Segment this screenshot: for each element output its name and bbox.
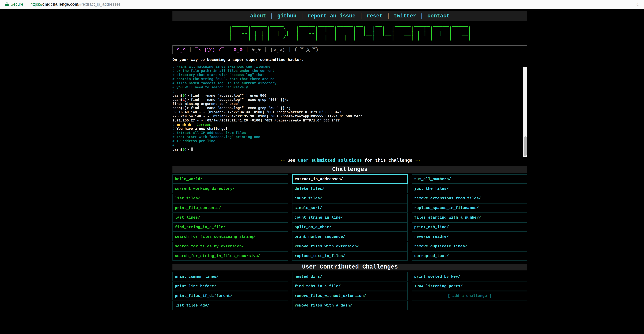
terminal-line: bash(0)> <box>172 148 528 152</box>
challenge-link[interactable]: list_files_adv/ <box>172 301 288 310</box>
challenge-link[interactable]: hello_world/ <box>172 174 288 184</box>
terminal-lines: # Print all matching lines (without the … <box>172 66 528 152</box>
terminal-line: # IP address per line. <box>172 139 528 143</box>
solutions-link[interactable]: user submitted solutions <box>298 158 362 163</box>
add-challenge-link[interactable]: [ add a challenge ] <box>412 291 528 300</box>
url-path: /#/extract_ip_addresses <box>78 2 121 7</box>
tilde-decoration: ~~ <box>280 158 285 163</box>
challenge-link[interactable]: print_file_contents/ <box>172 203 288 212</box>
user-challenges-grid: print_common_lines/print_line_before/pri… <box>172 272 528 310</box>
terminal-line: # files named "access.log" in the curren… <box>172 81 528 86</box>
terminal-line: 2.71.250.27 - - [09/Jan/2017:22:41:26 +0… <box>172 118 528 123</box>
kaomoji: ♥‿♥ <box>252 46 261 53</box>
challenges-header: Challenges <box>172 166 528 173</box>
kaomoji-separator: | <box>228 47 230 52</box>
challenges-grid: hello_world/current_working_directory/li… <box>172 174 528 261</box>
challenge-link[interactable]: search_for_files_containing_string/ <box>172 232 288 241</box>
challenge-column: sum_all_numbers/just_the_files/remove_ex… <box>412 174 528 261</box>
nav-link-reset[interactable]: reset <box>367 13 382 19</box>
terminal-line: # you will need to search recursively. <box>172 86 528 90</box>
challenge-link[interactable]: remove_files_with_a_dash/ <box>292 301 408 310</box>
challenge-link[interactable]: simple_sort/ <box>292 203 408 212</box>
challenge-link[interactable]: print_number_sequence/ <box>292 232 408 241</box>
terminal-line: # directory that start with "access.log"… <box>172 73 528 77</box>
challenge-link[interactable]: count_string_in_line/ <box>292 213 408 222</box>
scrollbar-thumb[interactable] <box>524 136 527 156</box>
kaomoji-separator: | <box>246 47 248 52</box>
challenge-link[interactable]: last_lines/ <box>172 213 288 222</box>
challenge-link[interactable]: replace_spaces_in_filenames/ <box>412 203 528 212</box>
nav-separator: | <box>386 13 390 19</box>
terminal-line: # Correct! <box>172 123 528 127</box>
challenge-link[interactable]: current_working_directory/ <box>172 184 288 193</box>
url-scheme: https:// <box>30 2 42 7</box>
terminal[interactable]: # Print all matching lines (without the … <box>172 66 528 158</box>
challenge-link[interactable]: sum_all_numbers/ <box>412 174 528 184</box>
kaomoji: (◕‿◕) <box>270 46 285 53</box>
challenge-link[interactable]: remove_extensions_from_files/ <box>412 194 528 203</box>
challenge-link[interactable]: IPv4_listening_ports/ <box>412 282 528 291</box>
challenge-link[interactable]: replace_text_in_files/ <box>292 251 408 260</box>
terminal-line: # Extract all IP addreses from files <box>172 131 528 135</box>
nav-separator: | <box>360 13 363 19</box>
page-content: about|github|report an issue|reset|twitt… <box>172 9 528 310</box>
challenge-link[interactable]: search_for_string_in_files_recursive/ <box>172 251 288 260</box>
challenge-link[interactable]: print_line_before/ <box>172 282 288 291</box>
bookmark-star-icon[interactable]: ☆ <box>636 2 640 8</box>
nav-link-github[interactable]: github <box>277 13 296 19</box>
url-host: cmdchallenge.com <box>42 2 78 7</box>
terminal-scrollbar[interactable] <box>523 67 528 158</box>
challenge-column: nested_dirs/find_tabs_in_a_file/remove_f… <box>292 272 408 310</box>
nav-separator: | <box>420 13 423 19</box>
challenge-link[interactable]: count_files/ <box>292 194 408 203</box>
nav-link-report-an-issue[interactable]: report an issue <box>308 13 356 19</box>
terminal-line: bash(1)> find . -name "access.log*" -exe… <box>172 98 528 102</box>
terminal-line: # Print all matching lines (without the … <box>172 66 528 69</box>
challenge-link[interactable]: find_tabs_in_a_file/ <box>292 282 408 291</box>
challenge-link[interactable]: search_for_files_by_extension/ <box>172 242 288 251</box>
challenge-link[interactable]: print_common_lines/ <box>172 272 288 281</box>
browser-chrome: Secure https://cmdchallenge.com/#/extrac… <box>0 0 644 9</box>
challenge-link[interactable]: just_the_files/ <box>412 184 528 193</box>
challenge-link[interactable]: list_files/ <box>172 194 288 203</box>
kaomoji-separator: | <box>264 47 267 52</box>
challenge-column: print_sorted_by_key/IPv4_listening_ports… <box>412 272 528 310</box>
emoticon-bar: ^‿^|¯\_(ツ)_/¯|Θ‿Θ|♥‿♥|(◕‿◕)|( ͡° ͜ʖ ͡°) <box>172 45 528 54</box>
ascii-logo: _____ _____ ____ _____ _____ _____ __ __… <box>228 22 471 40</box>
challenge-link[interactable]: remove_files_with_extension/ <box>292 242 408 251</box>
challenge-link[interactable]: remove_duplicate_lines/ <box>412 242 528 251</box>
kaomoji: ( ͡° ͜ʖ ͡°) <box>294 47 318 52</box>
kaomoji: ¯\_(ツ)_/¯ <box>195 46 224 53</box>
challenge-column: print_common_lines/print_line_before/pri… <box>172 272 288 310</box>
challenge-link[interactable]: find_string_in_a_file/ <box>172 222 288 232</box>
terminal-line: 225.219.54.140 - - [09/Jan/2017:22:35:30… <box>172 114 528 118</box>
terminal-line: # You have a new challenge! <box>172 127 528 131</box>
challenge-column: extract_ip_addresses/delete_files/count_… <box>292 174 408 261</box>
challenge-link[interactable]: delete_files/ <box>292 184 408 193</box>
challenge-link[interactable]: split_on_a_char/ <box>292 222 408 232</box>
nav-link-contact[interactable]: contact <box>427 13 450 19</box>
chrome-separator <box>27 2 27 7</box>
terminal-line: find: missing argument to `-exec' <box>172 102 528 106</box>
challenge-link[interactable]: corrupted_text/ <box>412 251 528 260</box>
challenge-link[interactable]: print_nth_line/ <box>412 222 528 232</box>
challenge-link[interactable]: print_sorted_by_key/ <box>412 272 528 281</box>
url-bar[interactable]: https://cmdchallenge.com/#/extract_ip_ad… <box>30 2 121 7</box>
challenge-link[interactable]: files_starting_with_a_number/ <box>412 213 528 222</box>
challenge-link[interactable]: extract_ip_addresses/ <box>292 174 408 184</box>
terminal-cursor <box>191 148 193 151</box>
top-nav: about|github|report an issue|reset|twitt… <box>172 11 528 21</box>
logo-section: _____ _____ ____ _____ _____ _____ __ __… <box>172 22 528 40</box>
challenge-link[interactable]: print_files_if_different/ <box>172 291 288 300</box>
nav-link-about[interactable]: about <box>250 13 266 19</box>
challenge-link[interactable]: nested_dirs/ <box>292 272 408 281</box>
nav-link-twitter[interactable]: twitter <box>394 13 416 19</box>
challenge-link[interactable]: reverse_readme/ <box>412 232 528 241</box>
terminal-line: # <box>172 90 528 94</box>
nav-separator: | <box>300 13 304 19</box>
terminal-line: # <box>172 143 528 148</box>
tagline: On your way to becoming a super-duper co… <box>172 58 528 62</box>
terminal-line: 69.16.40.148 - - [09/Jan/2017:22:34:33 +… <box>172 110 528 114</box>
secure-label: Secure <box>11 2 23 7</box>
challenge-link[interactable]: remove_files_without_extension/ <box>292 291 408 300</box>
